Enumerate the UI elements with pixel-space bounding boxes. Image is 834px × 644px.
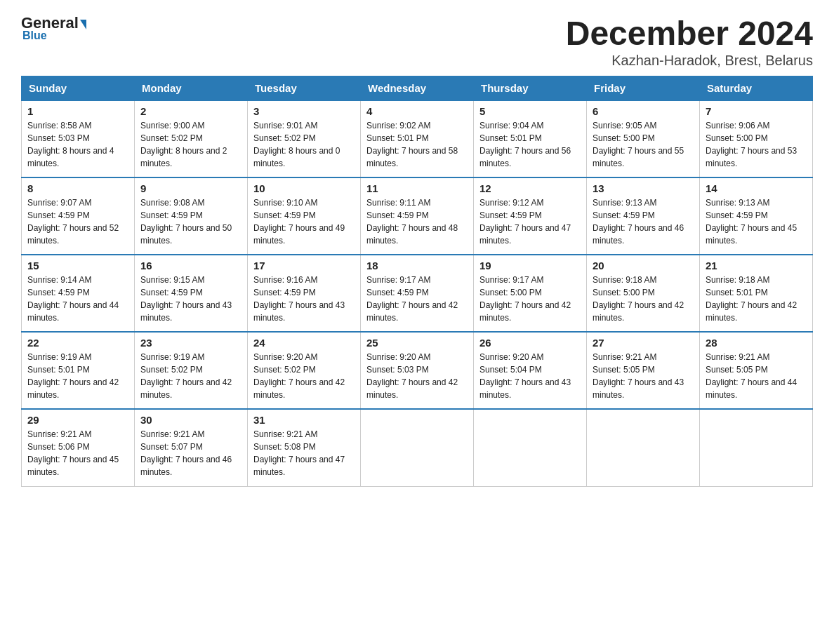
day-number: 16 [140, 260, 241, 271]
day-info: Sunrise: 9:17 AMSunset: 4:59 PMDaylight:… [366, 274, 468, 324]
day-info: Sunrise: 9:14 AMSunset: 4:59 PMDaylight:… [27, 274, 128, 324]
day-info: Sunrise: 9:21 AMSunset: 5:05 PMDaylight:… [593, 351, 694, 401]
day-number: 11 [366, 182, 468, 194]
day-number: 23 [140, 337, 241, 349]
calendar-cell: 20 Sunrise: 9:18 AMSunset: 5:00 PMDaylig… [587, 255, 700, 332]
calendar-cell: 14 Sunrise: 9:13 AMSunset: 4:59 PMDaylig… [700, 177, 813, 255]
calendar-cell: 8 Sunrise: 9:07 AMSunset: 4:59 PMDayligh… [22, 177, 135, 255]
day-number: 8 [27, 182, 128, 194]
day-number: 24 [253, 337, 355, 349]
calendar-cell: 16 Sunrise: 9:15 AMSunset: 4:59 PMDaylig… [135, 255, 248, 332]
day-number: 22 [27, 337, 128, 349]
day-number: 30 [140, 414, 241, 426]
day-info: Sunrise: 9:15 AMSunset: 4:59 PMDaylight:… [140, 274, 241, 324]
col-tuesday: Tuesday [248, 76, 361, 101]
day-number: 25 [366, 337, 468, 349]
week-row-2: 8 Sunrise: 9:07 AMSunset: 4:59 PMDayligh… [22, 177, 813, 255]
week-row-4: 22 Sunrise: 9:19 AMSunset: 5:01 PMDaylig… [22, 332, 813, 409]
calendar-cell: 11 Sunrise: 9:11 AMSunset: 4:59 PMDaylig… [361, 177, 474, 255]
week-row-1: 1 Sunrise: 8:58 AMSunset: 5:03 PMDayligh… [22, 100, 813, 177]
calendar-cell: 9 Sunrise: 9:08 AMSunset: 4:59 PMDayligh… [135, 177, 248, 255]
calendar-cell: 1 Sunrise: 8:58 AMSunset: 5:03 PMDayligh… [22, 100, 135, 177]
day-info: Sunrise: 9:21 AMSunset: 5:08 PMDaylight:… [253, 428, 355, 478]
day-info: Sunrise: 9:13 AMSunset: 4:59 PMDaylight:… [593, 196, 694, 247]
location-subtitle: Kazhan-Haradok, Brest, Belarus [566, 53, 813, 69]
day-info: Sunrise: 9:08 AMSunset: 4:59 PMDaylight:… [140, 196, 241, 247]
col-friday: Friday [587, 76, 700, 101]
calendar-cell [700, 409, 813, 486]
day-number: 6 [593, 105, 694, 117]
calendar-cell: 31 Sunrise: 9:21 AMSunset: 5:08 PMDaylig… [248, 409, 361, 486]
calendar-cell [587, 409, 700, 486]
day-info: Sunrise: 9:20 AMSunset: 5:04 PMDaylight:… [479, 351, 581, 401]
day-info: Sunrise: 9:20 AMSunset: 5:03 PMDaylight:… [366, 351, 468, 401]
day-info: Sunrise: 9:10 AMSunset: 4:59 PMDaylight:… [253, 196, 355, 247]
calendar-header-row: Sunday Monday Tuesday Wednesday Thursday… [22, 76, 813, 101]
day-number: 28 [706, 337, 807, 349]
day-number: 10 [253, 182, 355, 194]
calendar-cell [474, 409, 587, 486]
week-row-3: 15 Sunrise: 9:14 AMSunset: 4:59 PMDaylig… [22, 255, 813, 332]
calendar-cell: 29 Sunrise: 9:21 AMSunset: 5:06 PMDaylig… [22, 409, 135, 486]
day-info: Sunrise: 9:13 AMSunset: 4:59 PMDaylight:… [706, 196, 807, 247]
col-monday: Monday [135, 76, 248, 101]
calendar-cell: 5 Sunrise: 9:04 AMSunset: 5:01 PMDayligh… [474, 100, 587, 177]
day-number: 26 [479, 337, 581, 349]
day-number: 14 [706, 182, 807, 194]
calendar-cell: 3 Sunrise: 9:01 AMSunset: 5:02 PMDayligh… [248, 100, 361, 177]
week-row-5: 29 Sunrise: 9:21 AMSunset: 5:06 PMDaylig… [22, 409, 813, 486]
calendar-cell: 15 Sunrise: 9:14 AMSunset: 4:59 PMDaylig… [22, 255, 135, 332]
month-title: December 2024 [566, 14, 813, 53]
col-wednesday: Wednesday [361, 76, 474, 101]
day-info: Sunrise: 9:20 AMSunset: 5:02 PMDaylight:… [253, 351, 355, 401]
day-number: 7 [706, 105, 807, 117]
day-info: Sunrise: 9:11 AMSunset: 4:59 PMDaylight:… [366, 196, 468, 247]
day-info: Sunrise: 9:04 AMSunset: 5:01 PMDaylight:… [479, 119, 581, 170]
calendar-cell: 23 Sunrise: 9:19 AMSunset: 5:02 PMDaylig… [135, 332, 248, 409]
calendar-cell: 12 Sunrise: 9:12 AMSunset: 4:59 PMDaylig… [474, 177, 587, 255]
day-number: 12 [479, 182, 581, 194]
day-info: Sunrise: 9:17 AMSunset: 5:00 PMDaylight:… [479, 274, 581, 324]
col-saturday: Saturday [700, 76, 813, 101]
day-info: Sunrise: 9:21 AMSunset: 5:06 PMDaylight:… [27, 428, 128, 478]
calendar-cell: 28 Sunrise: 9:21 AMSunset: 5:05 PMDaylig… [700, 332, 813, 409]
day-number: 13 [593, 182, 694, 194]
day-info: Sunrise: 9:19 AMSunset: 5:01 PMDaylight:… [27, 351, 128, 401]
day-number: 31 [253, 414, 355, 426]
calendar-cell: 25 Sunrise: 9:20 AMSunset: 5:03 PMDaylig… [361, 332, 474, 409]
logo-blue-text: Blue [22, 29, 47, 42]
calendar-cell [361, 409, 474, 486]
day-number: 29 [27, 414, 128, 426]
calendar-cell: 26 Sunrise: 9:20 AMSunset: 5:04 PMDaylig… [474, 332, 587, 409]
day-info: Sunrise: 9:05 AMSunset: 5:00 PMDaylight:… [593, 119, 694, 170]
day-info: Sunrise: 9:12 AMSunset: 4:59 PMDaylight:… [479, 196, 581, 247]
calendar-cell: 30 Sunrise: 9:21 AMSunset: 5:07 PMDaylig… [135, 409, 248, 486]
logo: General Blue [21, 14, 86, 42]
day-number: 9 [140, 182, 241, 194]
day-number: 5 [479, 105, 581, 117]
calendar-cell: 27 Sunrise: 9:21 AMSunset: 5:05 PMDaylig… [587, 332, 700, 409]
day-info: Sunrise: 9:02 AMSunset: 5:01 PMDaylight:… [366, 119, 468, 170]
calendar-cell: 2 Sunrise: 9:00 AMSunset: 5:02 PMDayligh… [135, 100, 248, 177]
day-info: Sunrise: 9:01 AMSunset: 5:02 PMDaylight:… [253, 119, 355, 170]
day-number: 27 [593, 337, 694, 349]
calendar-cell: 6 Sunrise: 9:05 AMSunset: 5:00 PMDayligh… [587, 100, 700, 177]
col-thursday: Thursday [474, 76, 587, 101]
calendar-cell: 7 Sunrise: 9:06 AMSunset: 5:00 PMDayligh… [700, 100, 813, 177]
day-number: 21 [706, 260, 807, 271]
day-info: Sunrise: 9:18 AMSunset: 5:01 PMDaylight:… [706, 274, 807, 324]
calendar-cell: 21 Sunrise: 9:18 AMSunset: 5:01 PMDaylig… [700, 255, 813, 332]
day-info: Sunrise: 8:58 AMSunset: 5:03 PMDaylight:… [27, 119, 128, 170]
title-block: December 2024 Kazhan-Haradok, Brest, Bel… [566, 14, 813, 69]
col-sunday: Sunday [22, 76, 135, 101]
day-info: Sunrise: 9:19 AMSunset: 5:02 PMDaylight:… [140, 351, 241, 401]
day-info: Sunrise: 9:00 AMSunset: 5:02 PMDaylight:… [140, 119, 241, 170]
day-info: Sunrise: 9:07 AMSunset: 4:59 PMDaylight:… [27, 196, 128, 247]
calendar-cell: 18 Sunrise: 9:17 AMSunset: 4:59 PMDaylig… [361, 255, 474, 332]
calendar-cell: 10 Sunrise: 9:10 AMSunset: 4:59 PMDaylig… [248, 177, 361, 255]
day-number: 19 [479, 260, 581, 271]
calendar-table: Sunday Monday Tuesday Wednesday Thursday… [21, 76, 813, 487]
day-number: 1 [27, 105, 128, 117]
day-number: 15 [27, 260, 128, 271]
calendar-cell: 24 Sunrise: 9:20 AMSunset: 5:02 PMDaylig… [248, 332, 361, 409]
